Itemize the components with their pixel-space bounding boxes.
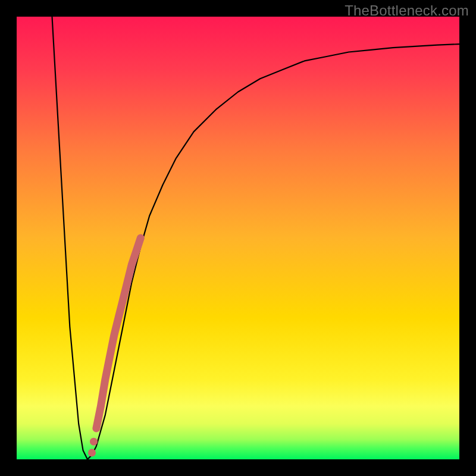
highlight-dot — [88, 449, 96, 456]
plot-area — [17, 17, 459, 459]
gradient-background — [17, 17, 459, 459]
highlight-dot — [90, 438, 98, 446]
outer-frame: TheBottleneck.com — [0, 0, 476, 476]
watermark-text: TheBottleneck.com — [345, 2, 469, 19]
chart-svg — [17, 17, 459, 459]
